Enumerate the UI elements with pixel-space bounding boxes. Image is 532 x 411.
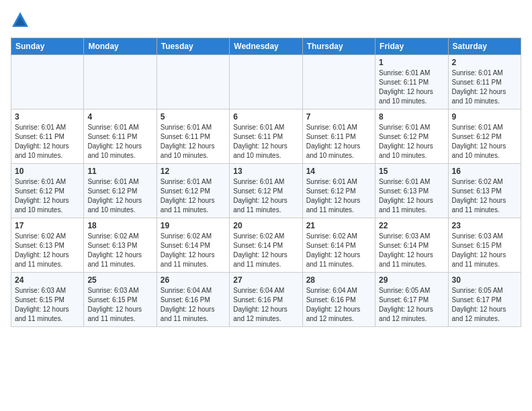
day-number: 15 xyxy=(379,167,444,176)
calendar-cell: 20Sunrise: 6:02 AM Sunset: 6:14 PM Dayli… xyxy=(230,218,302,273)
day-info: Sunrise: 6:01 AM Sunset: 6:11 PM Dayligh… xyxy=(15,123,80,161)
day-number: 23 xyxy=(452,221,517,230)
calendar-header-thursday: Thursday xyxy=(302,38,375,55)
day-info: Sunrise: 6:02 AM Sunset: 6:13 PM Dayligh… xyxy=(15,232,80,269)
day-number: 25 xyxy=(87,275,152,285)
calendar-cell: 2Sunrise: 6:01 AM Sunset: 6:11 PM Daylig… xyxy=(448,55,521,109)
calendar-cell: 13Sunrise: 6:01 AM Sunset: 6:12 PM Dayli… xyxy=(230,164,302,218)
day-info: Sunrise: 6:02 AM Sunset: 6:14 PM Dayligh… xyxy=(306,232,371,269)
day-info: Sunrise: 6:02 AM Sunset: 6:13 PM Dayligh… xyxy=(87,232,152,269)
day-number: 10 xyxy=(15,167,80,176)
day-number: 22 xyxy=(379,221,444,230)
day-number: 4 xyxy=(87,112,152,122)
calendar-week-row: 3Sunrise: 6:01 AM Sunset: 6:11 PM Daylig… xyxy=(11,109,521,164)
calendar-cell: 8Sunrise: 6:01 AM Sunset: 6:12 PM Daylig… xyxy=(375,109,448,164)
day-number: 13 xyxy=(233,167,298,176)
day-info: Sunrise: 6:01 AM Sunset: 6:12 PM Dayligh… xyxy=(233,177,298,215)
day-number: 29 xyxy=(379,275,444,285)
calendar-cell: 18Sunrise: 6:02 AM Sunset: 6:13 PM Dayli… xyxy=(84,218,157,273)
day-info: Sunrise: 6:01 AM Sunset: 6:12 PM Dayligh… xyxy=(379,123,444,161)
page-header xyxy=(11,11,521,30)
day-number: 11 xyxy=(87,167,152,176)
day-number: 2 xyxy=(452,58,517,67)
calendar-cell: 21Sunrise: 6:02 AM Sunset: 6:14 PM Dayli… xyxy=(302,218,375,273)
day-info: Sunrise: 6:03 AM Sunset: 6:15 PM Dayligh… xyxy=(15,286,80,324)
day-info: Sunrise: 6:03 AM Sunset: 6:14 PM Dayligh… xyxy=(379,232,444,269)
day-info: Sunrise: 6:01 AM Sunset: 6:13 PM Dayligh… xyxy=(379,177,444,215)
day-number: 7 xyxy=(306,112,371,122)
calendar-cell xyxy=(302,55,375,109)
calendar-cell: 24Sunrise: 6:03 AM Sunset: 6:15 PM Dayli… xyxy=(11,273,84,327)
calendar-header-saturday: Saturday xyxy=(448,38,521,55)
day-number: 28 xyxy=(306,275,371,285)
calendar-header-friday: Friday xyxy=(375,38,448,55)
calendar-cell: 29Sunrise: 6:05 AM Sunset: 6:17 PM Dayli… xyxy=(375,273,448,327)
day-number: 12 xyxy=(161,167,226,176)
calendar-header-monday: Monday xyxy=(84,38,157,55)
day-number: 20 xyxy=(233,221,298,230)
calendar-cell xyxy=(157,55,229,109)
calendar-cell: 19Sunrise: 6:02 AM Sunset: 6:14 PM Dayli… xyxy=(157,218,229,273)
day-info: Sunrise: 6:01 AM Sunset: 6:12 PM Dayligh… xyxy=(15,177,80,215)
calendar-cell: 9Sunrise: 6:01 AM Sunset: 6:12 PM Daylig… xyxy=(448,109,521,164)
calendar-cell: 10Sunrise: 6:01 AM Sunset: 6:12 PM Dayli… xyxy=(11,164,84,218)
calendar-cell: 4Sunrise: 6:01 AM Sunset: 6:11 PM Daylig… xyxy=(84,109,157,164)
day-number: 18 xyxy=(87,221,152,230)
day-number: 17 xyxy=(15,221,80,230)
calendar-cell: 26Sunrise: 6:04 AM Sunset: 6:16 PM Dayli… xyxy=(157,273,229,327)
calendar-cell: 22Sunrise: 6:03 AM Sunset: 6:14 PM Dayli… xyxy=(375,218,448,273)
day-info: Sunrise: 6:01 AM Sunset: 6:12 PM Dayligh… xyxy=(161,177,226,215)
calendar-week-row: 24Sunrise: 6:03 AM Sunset: 6:15 PM Dayli… xyxy=(11,273,521,327)
day-info: Sunrise: 6:01 AM Sunset: 6:12 PM Dayligh… xyxy=(306,177,371,215)
day-number: 5 xyxy=(161,112,226,122)
day-info: Sunrise: 6:04 AM Sunset: 6:16 PM Dayligh… xyxy=(161,286,226,324)
day-number: 30 xyxy=(452,275,517,285)
day-info: Sunrise: 6:02 AM Sunset: 6:14 PM Dayligh… xyxy=(233,232,298,269)
calendar-week-row: 10Sunrise: 6:01 AM Sunset: 6:12 PM Dayli… xyxy=(11,164,521,218)
day-info: Sunrise: 6:01 AM Sunset: 6:12 PM Dayligh… xyxy=(87,177,152,215)
calendar-cell: 28Sunrise: 6:04 AM Sunset: 6:16 PM Dayli… xyxy=(302,273,375,327)
logo-icon xyxy=(11,11,30,30)
calendar-header-wednesday: Wednesday xyxy=(230,38,302,55)
day-info: Sunrise: 6:01 AM Sunset: 6:11 PM Dayligh… xyxy=(233,123,298,161)
day-info: Sunrise: 6:01 AM Sunset: 6:11 PM Dayligh… xyxy=(306,123,371,161)
day-number: 8 xyxy=(379,112,444,122)
day-info: Sunrise: 6:01 AM Sunset: 6:11 PM Dayligh… xyxy=(161,123,226,161)
day-number: 9 xyxy=(452,112,517,122)
day-number: 19 xyxy=(161,221,226,230)
calendar-cell: 16Sunrise: 6:02 AM Sunset: 6:13 PM Dayli… xyxy=(448,164,521,218)
day-number: 14 xyxy=(306,167,371,176)
calendar-cell: 17Sunrise: 6:02 AM Sunset: 6:13 PM Dayli… xyxy=(11,218,84,273)
day-info: Sunrise: 6:04 AM Sunset: 6:16 PM Dayligh… xyxy=(233,286,298,324)
calendar-header-row: SundayMondayTuesdayWednesdayThursdayFrid… xyxy=(11,38,521,55)
logo xyxy=(11,11,31,30)
calendar-cell: 30Sunrise: 6:05 AM Sunset: 6:17 PM Dayli… xyxy=(448,273,521,327)
calendar-cell: 12Sunrise: 6:01 AM Sunset: 6:12 PM Dayli… xyxy=(157,164,229,218)
day-number: 27 xyxy=(233,275,298,285)
calendar-header-tuesday: Tuesday xyxy=(157,38,229,55)
day-info: Sunrise: 6:05 AM Sunset: 6:17 PM Dayligh… xyxy=(452,286,517,324)
calendar-cell xyxy=(84,55,157,109)
day-number: 24 xyxy=(15,275,80,285)
calendar-cell: 14Sunrise: 6:01 AM Sunset: 6:12 PM Dayli… xyxy=(302,164,375,218)
calendar-table: SundayMondayTuesdayWednesdayThursdayFrid… xyxy=(11,38,521,327)
calendar-cell: 3Sunrise: 6:01 AM Sunset: 6:11 PM Daylig… xyxy=(11,109,84,164)
day-info: Sunrise: 6:01 AM Sunset: 6:11 PM Dayligh… xyxy=(379,68,444,106)
calendar-cell: 1Sunrise: 6:01 AM Sunset: 6:11 PM Daylig… xyxy=(375,55,448,109)
day-info: Sunrise: 6:02 AM Sunset: 6:14 PM Dayligh… xyxy=(161,232,226,269)
calendar-cell: 7Sunrise: 6:01 AM Sunset: 6:11 PM Daylig… xyxy=(302,109,375,164)
day-number: 21 xyxy=(306,221,371,230)
day-number: 16 xyxy=(452,167,517,176)
day-info: Sunrise: 6:02 AM Sunset: 6:13 PM Dayligh… xyxy=(452,177,517,215)
day-info: Sunrise: 6:01 AM Sunset: 6:11 PM Dayligh… xyxy=(452,68,517,106)
day-number: 26 xyxy=(161,275,226,285)
calendar-cell xyxy=(11,55,84,109)
day-info: Sunrise: 6:01 AM Sunset: 6:11 PM Dayligh… xyxy=(87,123,152,161)
calendar-cell: 5Sunrise: 6:01 AM Sunset: 6:11 PM Daylig… xyxy=(157,109,229,164)
calendar-cell: 27Sunrise: 6:04 AM Sunset: 6:16 PM Dayli… xyxy=(230,273,302,327)
calendar-cell: 25Sunrise: 6:03 AM Sunset: 6:15 PM Dayli… xyxy=(84,273,157,327)
calendar-header-sunday: Sunday xyxy=(11,38,84,55)
calendar-cell xyxy=(230,55,302,109)
calendar-cell: 23Sunrise: 6:03 AM Sunset: 6:15 PM Dayli… xyxy=(448,218,521,273)
calendar-week-row: 17Sunrise: 6:02 AM Sunset: 6:13 PM Dayli… xyxy=(11,218,521,273)
